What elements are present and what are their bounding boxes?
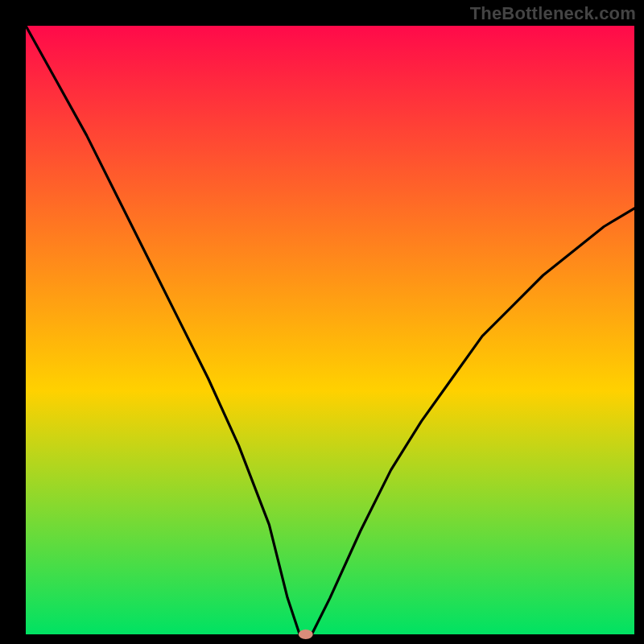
chart-container: TheBottleneck.com	[0, 0, 644, 644]
watermark-label: TheBottleneck.com	[470, 3, 636, 24]
bottleneck-chart	[0, 0, 644, 644]
plot-area	[26, 26, 634, 639]
gradient-background	[26, 26, 634, 634]
optimal-point-marker	[299, 630, 313, 639]
